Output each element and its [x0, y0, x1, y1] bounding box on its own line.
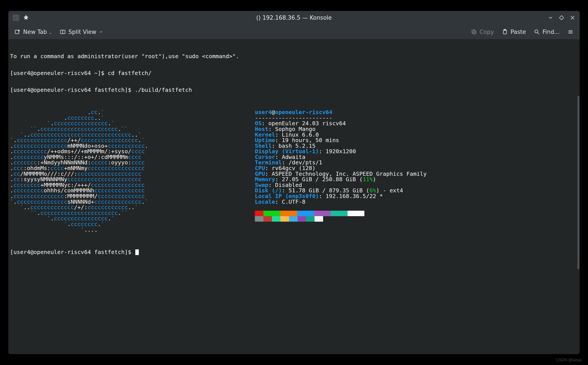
- new-tab-button[interactable]: New Tab: [14, 29, 52, 35]
- prompt-line-2: [user4@openeuler-riscv64 fastfetch]$ ./b…: [10, 87, 580, 93]
- close-icon[interactable]: [570, 15, 575, 21]
- copy-label: Copy: [480, 29, 494, 35]
- color-swatch-row-2: [255, 216, 323, 222]
- cursor-block: [135, 249, 139, 255]
- svg-rect-7: [473, 31, 476, 34]
- minimize-icon[interactable]: [548, 15, 553, 21]
- watermark: CSDN @ivesa: [556, 358, 581, 362]
- color-swatch-row-1: [255, 211, 364, 216]
- pin-icon[interactable]: [23, 15, 29, 21]
- konsole-window: () 192.168.36.5 — Konsole New Tab Split …: [8, 11, 580, 354]
- prompt-indicator-icon[interactable]: [13, 14, 19, 21]
- terminal-output[interactable]: To run a command as administrator(user "…: [8, 39, 580, 354]
- titlebar: () 192.168.36.5 — Konsole: [8, 11, 580, 24]
- split-view-label: Split View: [68, 29, 96, 35]
- prompt-line-1: [user4@openeuler-riscv64 ~]$ cd fastfetc…: [10, 70, 580, 76]
- svg-point-11: [535, 30, 538, 33]
- svg-line-12: [538, 33, 539, 34]
- svg-rect-8: [472, 30, 475, 33]
- hamburger-menu-icon[interactable]: [567, 29, 574, 35]
- split-view-button[interactable]: Split View: [60, 29, 103, 35]
- find-label: Find...: [543, 29, 560, 35]
- maximize-icon[interactable]: [559, 15, 564, 21]
- paste-label: Paste: [511, 29, 526, 35]
- scrollbar-thumb[interactable]: [578, 96, 579, 269]
- copy-button: Copy: [471, 29, 494, 35]
- fastfetch-output: .cc.`user4@openeuler-riscv64 .cccccccc..…: [10, 110, 580, 232]
- new-tab-label: New Tab: [23, 29, 47, 35]
- prompt-line-3: [user4@openeuler-riscv64 fastfetch]$: [10, 249, 580, 255]
- window-title: () 192.168.36.5 — Konsole: [256, 14, 332, 21]
- scrollbar[interactable]: [577, 39, 580, 354]
- paste-button[interactable]: Paste: [502, 29, 526, 35]
- sudo-hint-line: To run a command as administrator(user "…: [10, 54, 580, 59]
- find-button[interactable]: Find...: [534, 29, 560, 35]
- toolbar: New Tab Split View Copy Paste Find...: [8, 24, 580, 39]
